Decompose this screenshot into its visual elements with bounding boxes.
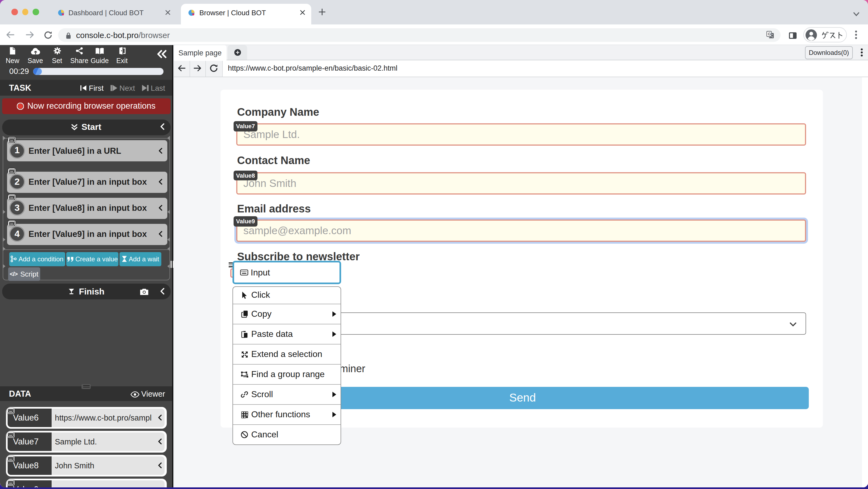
forward-icon[interactable] xyxy=(26,31,34,41)
browser-window: Dashboard | Cloud BOT Browser | Cloud BO… xyxy=(0,0,868,487)
angles-down-icon xyxy=(71,124,78,130)
keyboard-icon xyxy=(240,270,248,275)
collapse-sidebar-icon[interactable] xyxy=(156,50,167,61)
context-menu-other-functions[interactable]: Other functions xyxy=(233,404,340,424)
context-menu-paste-data[interactable]: Paste data xyxy=(233,324,340,344)
camera-icon[interactable] xyxy=(139,288,149,298)
submenu-caret-icon xyxy=(332,412,336,417)
remote-new-tab-button[interactable] xyxy=(227,45,247,60)
collapse-finish-icon[interactable] xyxy=(160,286,164,296)
finish-bar[interactable]: Finish xyxy=(2,284,170,299)
task-last-label: Last xyxy=(151,83,165,92)
translate-icon[interactable]: G xyxy=(767,31,774,41)
subscribe-label: Subscribe to newsletter xyxy=(237,251,360,262)
profile-button[interactable] xyxy=(803,27,847,42)
cloudbot-favicon xyxy=(188,9,195,19)
tab-search-chevron-icon[interactable] xyxy=(853,9,860,19)
start-bar[interactable]: Start xyxy=(2,119,170,135)
insert-marker xyxy=(167,210,170,214)
task-next-label: Next xyxy=(119,83,135,92)
context-menu-cancel[interactable]: Cancel xyxy=(233,424,340,445)
menu-item-label: Scroll xyxy=(251,390,273,399)
value-field: John Smith xyxy=(52,456,164,475)
data-row-value6[interactable]: Value6 https://www.c-bot.pro/sample-en xyxy=(6,407,166,429)
task-last-button[interactable]: Last xyxy=(142,83,165,92)
task-first-button[interactable]: First xyxy=(80,83,103,92)
menu-item-label: Copy xyxy=(251,309,272,319)
step-number: 3 xyxy=(9,200,25,216)
email-input[interactable]: sample@example.com xyxy=(236,219,806,242)
remote-scrollbar-track[interactable] xyxy=(862,77,868,487)
expand-step-icon[interactable] xyxy=(159,146,162,156)
expand-value-icon[interactable] xyxy=(158,461,162,470)
remote-back-icon[interactable] xyxy=(174,60,190,77)
expand-step-icon[interactable] xyxy=(159,177,162,187)
new-tab-button[interactable] xyxy=(318,8,326,18)
sidebar-resize-handle[interactable] xyxy=(170,261,174,268)
expand-step-icon[interactable] xyxy=(159,203,162,213)
remote-menu-kebab-icon[interactable] xyxy=(860,48,863,59)
value-field: https://www.c-bot.pro/sample-en xyxy=(52,408,164,427)
add-condition-button[interactable]: Add a condition xyxy=(9,252,65,266)
task-step-4[interactable]: 4 Enter [Value9] in an input box xyxy=(7,223,167,245)
expand-value-icon[interactable] xyxy=(158,437,162,447)
progress-bar xyxy=(33,68,163,75)
chrome-menu-kebab-icon[interactable] xyxy=(855,30,857,41)
context-menu-click[interactable]: Click xyxy=(233,286,340,304)
remote-browser-panel: Sample page Downloads(0) xyxy=(174,45,868,487)
group-range-icon xyxy=(240,371,248,378)
start-label: Start xyxy=(82,122,101,132)
submenu-caret-icon xyxy=(332,392,336,397)
omnibox[interactable]: console.c-bot.pro/browser G xyxy=(58,28,780,41)
back-icon[interactable] xyxy=(6,31,15,41)
expand-step-icon[interactable] xyxy=(159,229,162,239)
reload-icon[interactable] xyxy=(44,31,52,41)
value8-badge: Value8 xyxy=(234,170,257,180)
traffic-minimize-button[interactable] xyxy=(22,9,28,15)
contact-name-label: Contact Name xyxy=(237,155,310,166)
panel-drag-handle[interactable] xyxy=(82,384,91,389)
context-menu: Click Copy Paste data xyxy=(232,286,341,445)
side-panel-icon[interactable] xyxy=(789,31,797,41)
task-sidebar: New Save Set Share xyxy=(0,45,172,487)
task-step-3[interactable]: 3 Enter [Value8] in an input box xyxy=(7,197,167,219)
task-next-button[interactable]: Next xyxy=(110,83,135,92)
submenu-caret-icon xyxy=(332,331,336,337)
create-value-button[interactable]: Create a value xyxy=(66,252,118,266)
menu-item-label: Find a group range xyxy=(251,369,324,379)
company-name-input[interactable]: Sample Ltd. xyxy=(236,123,806,145)
remote-url-text[interactable]: https://www.c-bot.pro/sample-en/basic/ba… xyxy=(228,60,397,77)
contact-name-input[interactable]: John Smith xyxy=(236,172,806,194)
context-menu-extend-selection[interactable]: Extend a selection xyxy=(233,344,340,364)
traffic-close-button[interactable] xyxy=(11,9,18,15)
remote-forward-icon[interactable] xyxy=(190,60,206,77)
traffic-zoom-button[interactable] xyxy=(33,9,39,15)
script-button[interactable]: </> Script xyxy=(8,267,40,281)
insert-marker xyxy=(2,238,5,242)
data-row-value8[interactable]: Value8 John Smith xyxy=(6,455,166,477)
tab-dashboard[interactable]: Dashboard | Cloud BOT xyxy=(48,0,181,25)
add-wait-button[interactable]: Add a wait xyxy=(120,252,161,266)
context-menu-find-group-range[interactable]: Find a group range xyxy=(233,364,340,384)
value9-badge: Value9 xyxy=(234,216,257,226)
exit-button[interactable]: Exit xyxy=(108,47,135,65)
context-menu-copy[interactable]: Copy xyxy=(233,304,340,324)
tab-dashboard-close-icon[interactable] xyxy=(164,8,172,16)
remote-tab-sample-page[interactable]: Sample page xyxy=(174,45,226,61)
context-menu-input[interactable]: Input xyxy=(232,261,341,284)
svg-text:G: G xyxy=(768,32,771,36)
task-step-1[interactable]: 1 Enter [Value6] in a URL xyxy=(7,140,167,161)
viewer-button[interactable]: Viewer xyxy=(141,389,165,398)
elapsed-timer: 00:29 xyxy=(9,67,29,75)
data-row-value7[interactable]: Value7 Sample Ltd. xyxy=(6,431,166,453)
remote-reload-icon[interactable] xyxy=(206,60,222,77)
remote-tab-strip: Sample page Downloads(0) xyxy=(174,45,868,60)
tab-browser[interactable]: Browser | Cloud BOT xyxy=(181,4,311,25)
collapse-start-icon[interactable] xyxy=(160,122,164,132)
downloads-button[interactable]: Downloads(0) xyxy=(805,46,853,59)
context-menu-scroll[interactable]: Scroll xyxy=(233,384,340,404)
task-step-2[interactable]: 2 Enter [Value7] in an input box xyxy=(7,172,167,193)
data-row-value9[interactable]: Value9 xyxy=(6,479,166,487)
expand-value-icon[interactable] xyxy=(158,413,162,423)
tab-browser-close-icon[interactable] xyxy=(299,8,307,16)
